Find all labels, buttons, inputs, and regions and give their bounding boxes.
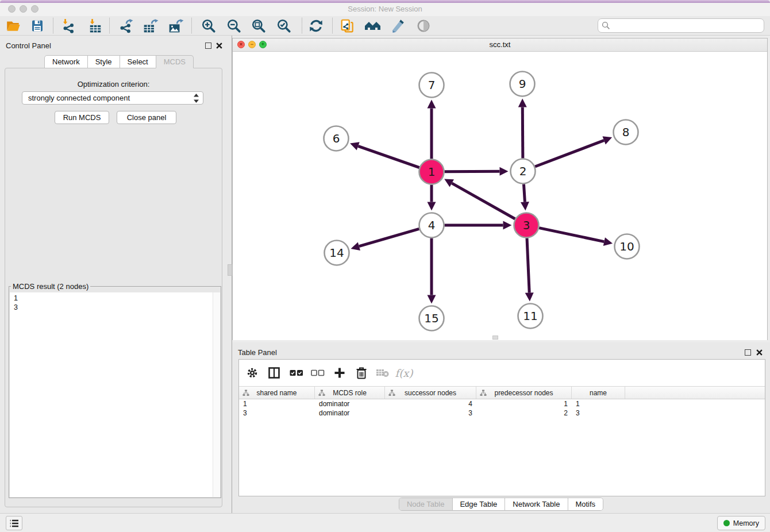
task-history-button[interactable] <box>6 516 22 530</box>
application-window: Session: New Session <box>0 0 770 532</box>
toolbar-separator <box>53 18 53 33</box>
tab-mcds[interactable]: MCDS <box>156 55 194 68</box>
select-all-icon[interactable] <box>288 364 305 381</box>
close-panel-icon[interactable] <box>215 42 223 49</box>
open-session-icon[interactable] <box>5 17 22 34</box>
graph-edge-arrowhead <box>499 167 508 176</box>
add-row-icon[interactable] <box>331 364 348 381</box>
home-layout-icon[interactable] <box>364 17 382 34</box>
memory-button[interactable]: Memory <box>717 516 765 530</box>
table-panel-title: Table Panel <box>238 348 277 357</box>
node-table-container: f(x) shared nameMCDS rolesuccessor nodes… <box>238 359 765 496</box>
splitter-grip[interactable] <box>228 264 232 276</box>
column-header-shared-name[interactable]: shared name <box>239 387 315 399</box>
graph-node-label: 14 <box>329 246 344 260</box>
network-canvas[interactable]: 1234678910111415 <box>233 52 767 340</box>
table-panel-tabs: Node TableEdge TableNetwork TableMotifs <box>399 498 603 511</box>
tab-network[interactable]: Network <box>44 55 88 68</box>
table-settings-icon[interactable] <box>244 364 261 381</box>
tab-motifs[interactable]: Motifs <box>568 498 603 510</box>
graph-edge-3-10[interactable] <box>539 228 604 242</box>
main-titlebar: Session: New Session <box>0 3 770 16</box>
graph-edge-1-6[interactable] <box>358 146 419 167</box>
graph-edge-2-8[interactable] <box>535 140 604 167</box>
network-view-window: × − + scc.txt 1234678910111415 <box>232 38 768 340</box>
tab-select[interactable]: Select <box>120 55 156 68</box>
tab-network-table[interactable]: Network Table <box>505 498 568 510</box>
graph-edge-3-11[interactable] <box>527 238 529 292</box>
zoom-in-icon[interactable] <box>200 17 217 34</box>
graph-edge-arrowhead <box>603 237 613 246</box>
apply-style-icon[interactable] <box>390 17 407 34</box>
criterion-select[interactable]: strongly connected component <box>22 91 203 105</box>
float-table-panel-icon[interactable] <box>745 349 751 356</box>
show-hide-icon[interactable] <box>415 17 432 34</box>
table-cell: 1 <box>476 399 572 408</box>
control-panel-tabs: NetworkStyleSelectMCDS <box>45 55 194 68</box>
mcds-result-group: MCDS result (2 nodes) 1 3 <box>9 282 221 498</box>
graph-node-label: 4 <box>428 218 436 232</box>
hierarchy-icon <box>388 390 395 396</box>
memory-label: Memory <box>733 519 759 527</box>
graph-node-label: 10 <box>619 240 634 253</box>
toolbar-separator <box>302 18 302 33</box>
table-cell: 3 <box>385 408 476 418</box>
clone-network-icon[interactable] <box>339 17 356 34</box>
graph-edge-1-2[interactable] <box>444 171 499 172</box>
graph-edge-arrowhead <box>428 295 436 304</box>
unselect-all-icon[interactable] <box>309 364 326 381</box>
graph-node-label: 2 <box>519 164 527 178</box>
vertical-splitter[interactable] <box>227 36 232 513</box>
import-network-icon[interactable] <box>60 17 77 34</box>
window-title: Session: New Session <box>0 5 770 13</box>
function-builder-icon[interactable]: f(x) <box>395 364 413 381</box>
column-header-MCDS-role[interactable]: MCDS role <box>315 387 385 399</box>
table-row[interactable]: 1dominator411 <box>239 399 765 408</box>
hierarchy-icon <box>242 390 249 396</box>
tab-node-table[interactable]: Node Table <box>399 498 453 510</box>
float-panel-icon[interactable] <box>205 43 211 49</box>
delete-row-icon[interactable] <box>353 364 370 381</box>
graph-edge-2-9[interactable] <box>522 107 523 158</box>
delete-table-icon[interactable] <box>374 364 391 381</box>
mcds-result-area[interactable]: 1 3 <box>10 292 220 497</box>
hierarchy-icon <box>480 390 487 396</box>
graph-edge-4-14[interactable] <box>359 229 419 246</box>
table-row[interactable]: 3dominator323 <box>239 408 765 418</box>
graph-edge-2-3[interactable] <box>523 184 525 202</box>
run-mcds-button[interactable]: Run MCDS <box>55 111 109 124</box>
tab-edge-table[interactable]: Edge Table <box>452 498 505 510</box>
result-scrollbar[interactable] <box>213 292 220 497</box>
mcds-tab-content: Optimization criterion: strongly connect… <box>5 68 222 507</box>
memory-status-icon <box>723 520 730 526</box>
save-session-icon[interactable] <box>29 17 46 34</box>
zoom-fit-icon[interactable] <box>250 17 267 34</box>
export-image-icon[interactable] <box>167 17 184 34</box>
export-network-icon[interactable] <box>117 17 134 34</box>
canvas-resize-grip[interactable] <box>492 336 498 340</box>
toolbar-separator <box>332 18 333 33</box>
column-header-successor-nodes[interactable]: successor nodes <box>385 387 476 399</box>
column-header-predecessor-nodes[interactable]: predecessor nodes <box>476 387 572 399</box>
graph-node-label: 6 <box>333 132 340 145</box>
refresh-layout-icon[interactable] <box>307 17 325 34</box>
show-columns-icon[interactable] <box>265 364 283 381</box>
import-table-icon[interactable] <box>87 17 104 34</box>
graph-edge-3-1[interactable] <box>452 183 515 219</box>
control-panel-title: Control Panel <box>6 41 51 50</box>
zoom-out-icon[interactable] <box>225 17 242 34</box>
table-cell: 3 <box>572 408 625 418</box>
optimization-criterion-label: Optimization criterion: <box>5 80 222 88</box>
zoom-selected-icon[interactable] <box>275 17 292 34</box>
close-panel-button[interactable]: Close panel <box>117 111 176 124</box>
table-header-row: shared nameMCDS rolesuccessor nodesprede… <box>239 386 765 399</box>
search-input[interactable] <box>598 18 764 33</box>
tab-style[interactable]: Style <box>87 55 120 68</box>
select-stepper-icon <box>194 94 199 103</box>
export-table-icon[interactable] <box>142 17 159 34</box>
graph-edge-arrowhead <box>518 98 527 107</box>
table-cell: 4 <box>385 399 476 408</box>
close-table-panel-icon[interactable] <box>756 349 763 356</box>
column-header-name[interactable]: name <box>572 387 625 399</box>
table-cell: 3 <box>239 408 315 418</box>
